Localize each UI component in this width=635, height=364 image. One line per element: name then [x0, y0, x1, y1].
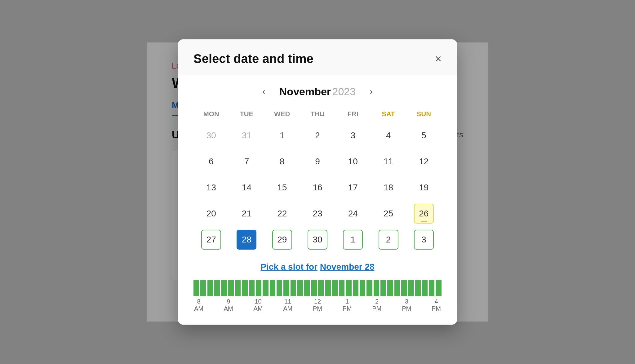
calendar-day-cell[interactable]: 21 [237, 204, 256, 224]
slot-bar[interactable] [270, 280, 275, 296]
calendar-day-cell[interactable]: 2 [379, 230, 398, 250]
slot-bar[interactable] [249, 280, 255, 296]
calendar-day-cell[interactable]: 4 [379, 126, 398, 145]
calendar-day-cell[interactable]: 6 [201, 152, 221, 171]
slot-bar[interactable] [380, 280, 386, 296]
slot-bar[interactable] [297, 280, 303, 296]
table-row: 1 [264, 122, 300, 149]
table-row: 6 [193, 149, 229, 175]
table-row: 3 [406, 227, 442, 253]
slot-bar[interactable] [366, 280, 372, 296]
calendar-day-cell[interactable]: 23 [308, 204, 327, 224]
slot-bar[interactable] [235, 280, 241, 296]
table-row: 23 [300, 201, 335, 227]
slot-bar[interactable] [277, 280, 282, 296]
calendar-day-cell[interactable]: 3 [414, 230, 434, 250]
slot-bar[interactable] [374, 280, 379, 296]
slot-bar[interactable] [401, 280, 407, 296]
modal-overlay[interactable]: Select date and time × ‹ November 2023 ›… [0, 0, 635, 364]
calendar-day-cell[interactable]: 27 [201, 230, 221, 250]
slot-bar[interactable] [214, 280, 220, 296]
day-header-fri: FRI [335, 107, 371, 122]
calendar-day-cell[interactable]: 18 [379, 178, 398, 198]
next-month-button[interactable]: › [365, 85, 377, 98]
slot-bar[interactable] [291, 280, 296, 296]
table-row: 29 [264, 227, 300, 253]
slot-bar[interactable] [200, 280, 206, 296]
calendar-day-cell[interactable]: 1 [343, 230, 363, 250]
table-row: 31 [229, 122, 264, 149]
calendar-day-cell[interactable]: 15 [272, 178, 292, 198]
slot-bar[interactable] [360, 280, 365, 296]
prev-month-button[interactable]: ‹ [258, 85, 270, 98]
slot-bar[interactable] [353, 280, 358, 296]
table-row: 7 [229, 149, 264, 175]
modal-close-button[interactable]: × [435, 53, 442, 64]
calendar-row: 27282930123 [193, 227, 442, 253]
slot-times: 8AM9AM10AM11AM12PM1PM2PM3PM4PM [193, 298, 442, 312]
slot-bar[interactable] [436, 280, 441, 296]
calendar-day-cell[interactable]: 13 [201, 178, 221, 198]
slot-bar[interactable] [415, 280, 421, 296]
table-row: 17 [335, 175, 371, 201]
slot-header-text: Pick a slot for [260, 262, 318, 272]
slot-bars[interactable] [193, 277, 442, 296]
slot-bar[interactable] [207, 280, 213, 296]
slot-bar[interactable] [394, 280, 400, 296]
calendar-day-cell[interactable]: 26 [414, 204, 434, 224]
calendar-row: 13141516171819 [193, 175, 442, 201]
slot-bar[interactable] [422, 280, 428, 296]
slot-bar[interactable] [325, 280, 331, 296]
calendar-day-cell[interactable]: 2 [308, 126, 327, 145]
slot-bar[interactable] [228, 280, 234, 296]
table-row: 14 [229, 175, 264, 201]
time-label: 12PM [313, 298, 322, 312]
calendar-day-cell[interactable]: 17 [343, 178, 363, 198]
calendar-month: November [279, 86, 331, 97]
table-row: 1 [335, 227, 371, 253]
calendar-day-cell[interactable]: 28 [237, 230, 256, 250]
slot-bar[interactable] [221, 280, 227, 296]
calendar-day-cell[interactable]: 5 [414, 126, 434, 145]
slot-bar[interactable] [339, 280, 344, 296]
calendar-day-cell[interactable]: 19 [414, 178, 434, 198]
calendar-row: 6789101112 [193, 149, 442, 175]
calendar-day-cell[interactable]: 7 [237, 152, 256, 171]
day-header-sun: SUN [406, 107, 442, 122]
slot-bar[interactable] [387, 280, 393, 296]
slot-bar[interactable] [263, 280, 268, 296]
slot-bar[interactable] [283, 280, 289, 296]
time-label: 3PM [402, 298, 411, 312]
calendar-day-cell[interactable]: 3 [343, 126, 363, 145]
slot-bar[interactable] [318, 280, 324, 296]
calendar-day-cell[interactable]: 22 [272, 204, 292, 224]
calendar-day-cell[interactable]: 30 [308, 230, 327, 250]
calendar-day-cell[interactable]: 25 [379, 204, 398, 224]
slot-bar[interactable] [346, 280, 351, 296]
calendar-day-cell[interactable]: 24 [343, 204, 363, 224]
calendar-day-cell[interactable]: 14 [237, 178, 256, 198]
calendar-day-cell[interactable]: 11 [379, 152, 398, 171]
table-row: 30 [193, 122, 229, 149]
calendar-day-cell[interactable]: 16 [308, 178, 327, 198]
table-row: 3 [335, 122, 371, 149]
calendar-day-cell[interactable]: 10 [343, 152, 363, 171]
table-row: 19 [406, 175, 442, 201]
calendar-day-cell[interactable]: 29 [272, 230, 292, 250]
slot-bar[interactable] [193, 280, 199, 296]
calendar-day-cell[interactable]: 12 [414, 152, 434, 171]
calendar-day-cell[interactable]: 20 [201, 204, 221, 224]
calendar-day-cell[interactable]: 8 [272, 152, 292, 171]
table-row: 16 [300, 175, 335, 201]
slot-bar[interactable] [332, 280, 338, 296]
slot-bar[interactable] [256, 280, 261, 296]
calendar-day-cell[interactable]: 9 [308, 152, 327, 171]
slot-bar[interactable] [311, 280, 317, 296]
slot-bar[interactable] [408, 280, 414, 296]
calendar-day-cell[interactable]: 1 [272, 126, 292, 145]
slot-bar[interactable] [304, 280, 310, 296]
slot-bar[interactable] [242, 280, 247, 296]
slot-bar[interactable] [429, 280, 434, 296]
day-header-wed: WED [264, 107, 300, 122]
day-header-thu: THU [300, 107, 335, 122]
